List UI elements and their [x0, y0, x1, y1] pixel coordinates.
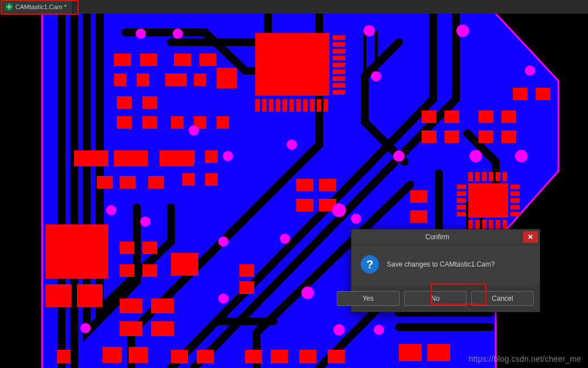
- svg-rect-52: [46, 284, 71, 307]
- svg-point-118: [173, 28, 183, 39]
- svg-rect-27: [174, 54, 191, 66]
- svg-point-137: [469, 150, 482, 162]
- svg-rect-5: [255, 99, 260, 112]
- svg-rect-101: [457, 205, 466, 210]
- svg-rect-22: [333, 76, 345, 81]
- svg-rect-60: [151, 299, 174, 313]
- svg-rect-76: [444, 111, 459, 123]
- svg-rect-92: [468, 220, 473, 229]
- svg-rect-105: [511, 198, 520, 203]
- svg-rect-81: [479, 130, 493, 143]
- svg-rect-6: [262, 99, 267, 112]
- dialog-message: Save changes to CAMtastic1.Cam?: [387, 260, 495, 268]
- svg-rect-10: [289, 99, 294, 112]
- svg-point-139: [80, 323, 91, 333]
- pcb-canvas[interactable]: [0, 14, 588, 368]
- svg-rect-116: [239, 264, 254, 277]
- svg-rect-28: [199, 54, 217, 66]
- svg-rect-50: [205, 173, 218, 186]
- dialog-titlebar[interactable]: Confirm ✕: [352, 230, 540, 245]
- svg-rect-48: [205, 150, 218, 163]
- svg-rect-12: [303, 99, 308, 112]
- svg-rect-57: [142, 264, 157, 277]
- svg-rect-8: [276, 99, 280, 112]
- svg-rect-70: [328, 350, 345, 363]
- svg-rect-47: [182, 150, 195, 163]
- svg-rect-100: [457, 198, 466, 203]
- svg-rect-83: [513, 88, 528, 100]
- svg-rect-95: [489, 220, 493, 229]
- svg-rect-84: [536, 88, 550, 100]
- no-button[interactable]: No: [404, 291, 467, 306]
- svg-rect-63: [103, 347, 122, 363]
- svg-rect-19: [333, 56, 345, 60]
- svg-rect-42: [114, 150, 148, 166]
- svg-rect-24: [333, 90, 345, 95]
- svg-rect-103: [511, 185, 520, 189]
- dialog-body: ? Save changes to CAMtastic1.Cam?: [352, 245, 540, 286]
- svg-rect-62: [151, 321, 174, 336]
- svg-rect-109: [410, 210, 427, 223]
- svg-rect-51: [46, 224, 108, 279]
- svg-point-136: [374, 325, 384, 335]
- svg-rect-45: [120, 176, 136, 189]
- svg-rect-59: [120, 299, 142, 313]
- svg-rect-15: [324, 99, 328, 112]
- svg-rect-89: [489, 172, 493, 181]
- svg-rect-107: [511, 212, 520, 216]
- svg-rect-56: [120, 264, 134, 277]
- svg-rect-115: [239, 281, 254, 294]
- svg-rect-11: [296, 99, 301, 112]
- svg-rect-44: [97, 176, 113, 189]
- svg-rect-97: [503, 220, 507, 229]
- svg-rect-58: [171, 253, 198, 276]
- svg-rect-49: [182, 173, 195, 186]
- svg-rect-30: [137, 73, 149, 86]
- cancel-button[interactable]: Cancel: [471, 291, 534, 306]
- svg-rect-33: [217, 68, 237, 88]
- dialog-title: Confirm: [352, 233, 523, 241]
- svg-point-117: [136, 28, 146, 39]
- svg-rect-75: [422, 111, 436, 123]
- svg-rect-91: [503, 172, 507, 181]
- svg-rect-93: [475, 220, 480, 229]
- svg-point-126: [332, 203, 346, 217]
- svg-rect-106: [511, 205, 520, 210]
- dialog-close-button[interactable]: ✕: [523, 231, 538, 243]
- svg-point-132: [218, 293, 228, 304]
- svg-point-124: [223, 151, 233, 161]
- document-tab[interactable]: CAMtastic1.Cam *: [0, 0, 73, 14]
- dialog-button-row: Yes No Cancel: [352, 286, 540, 312]
- svg-rect-46: [148, 176, 164, 189]
- svg-rect-78: [444, 130, 459, 143]
- svg-rect-111: [319, 179, 336, 191]
- svg-point-134: [301, 287, 314, 299]
- svg-rect-34: [117, 96, 132, 109]
- svg-rect-65: [171, 350, 188, 363]
- yes-button[interactable]: Yes: [337, 291, 399, 306]
- svg-rect-38: [171, 116, 183, 129]
- svg-rect-54: [120, 242, 134, 254]
- question-icon: ?: [361, 255, 379, 273]
- svg-point-129: [106, 205, 116, 215]
- svg-rect-29: [114, 73, 126, 86]
- svg-rect-37: [142, 116, 157, 129]
- svg-rect-7: [269, 99, 273, 112]
- svg-rect-85: [468, 183, 508, 218]
- svg-rect-32: [194, 73, 206, 86]
- svg-point-123: [189, 125, 199, 136]
- svg-point-120: [371, 71, 381, 81]
- svg-rect-13: [310, 99, 315, 112]
- svg-rect-71: [399, 344, 422, 361]
- svg-rect-26: [140, 54, 157, 66]
- svg-rect-64: [129, 347, 148, 363]
- svg-rect-41: [74, 150, 108, 166]
- svg-rect-96: [496, 220, 500, 229]
- svg-rect-16: [333, 35, 345, 40]
- svg-rect-40: [217, 116, 229, 129]
- svg-point-121: [456, 24, 469, 37]
- svg-rect-87: [475, 172, 480, 181]
- svg-point-127: [351, 214, 361, 224]
- svg-rect-20: [333, 63, 345, 67]
- svg-rect-90: [496, 172, 500, 181]
